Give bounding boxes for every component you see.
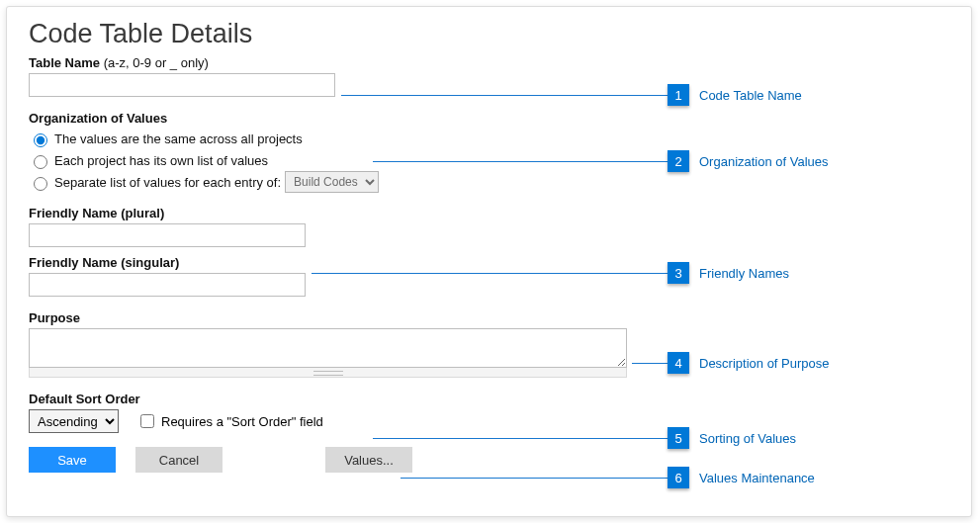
callout-num-6: 6	[668, 467, 689, 488]
table-name-label: Table Name (a-z, 0-9 or _ only)	[29, 55, 949, 70]
callout-line	[373, 161, 668, 162]
callout-num-1: 1	[668, 84, 689, 106]
org-radio-per-project[interactable]	[34, 155, 47, 169]
org-radio-per-project-label: Each project has its own list of values	[54, 153, 268, 168]
org-radio-separate-label: Separate list of values for each entry o…	[54, 175, 281, 190]
save-button[interactable]: Save	[29, 447, 116, 473]
org-radio-same-label: The values are the same across all proje…	[54, 131, 303, 146]
table-name-label-text: Table Name	[29, 55, 100, 70]
callout-text-6: Values Maintenance	[699, 471, 815, 485]
sort-order-select[interactable]: Ascending	[29, 409, 119, 433]
callout-num-3: 3	[668, 262, 689, 284]
callout-4: 4 Description of Purpose	[632, 352, 830, 374]
callout-1: 1 Code Table Name	[341, 84, 802, 106]
callout-line	[312, 273, 668, 274]
friendly-plural-section: Friendly Name (plural)	[29, 206, 949, 247]
callout-6: 6 Values Maintenance	[401, 467, 815, 488]
callout-text-2: Organization of Values	[699, 154, 829, 169]
sort-label: Default Sort Order	[29, 392, 949, 406]
callout-2: 2 Organization of Values	[373, 150, 829, 172]
friendly-plural-label: Friendly Name (plural)	[29, 206, 949, 220]
requires-sort-checkbox[interactable]	[140, 414, 154, 428]
friendly-singular-input[interactable]	[29, 273, 306, 297]
purpose-label: Purpose	[29, 310, 949, 325]
org-option-same[interactable]: The values are the same across all proje…	[29, 129, 949, 148]
callout-text-1: Code Table Name	[699, 88, 802, 103]
purpose-textarea[interactable]	[29, 328, 627, 368]
callout-5: 5 Sorting of Values	[373, 427, 796, 449]
callout-line	[401, 478, 668, 479]
org-option-separate[interactable]: Separate list of values for each entry o…	[29, 172, 949, 192]
callout-text-4: Description of Purpose	[699, 356, 830, 371]
callout-num-2: 2	[668, 150, 689, 172]
org-separate-select[interactable]: Build Codes	[285, 171, 379, 193]
cancel-button[interactable]: Cancel	[135, 447, 223, 473]
code-table-details-panel: Code Table Details Table Name (a-z, 0-9 …	[6, 6, 972, 517]
callout-line	[632, 363, 668, 364]
table-name-input[interactable]	[29, 73, 335, 97]
requires-sort-checkbox-row[interactable]: Requires a "Sort Order" field	[136, 411, 323, 431]
textarea-resize-handle[interactable]	[29, 368, 627, 378]
org-radio-separate[interactable]	[34, 177, 47, 191]
callout-num-5: 5	[668, 427, 689, 449]
callout-3: 3 Friendly Names	[312, 262, 789, 284]
org-radio-same[interactable]	[34, 133, 47, 147]
table-name-hint: (a-z, 0-9 or _ only)	[104, 55, 209, 70]
callout-line	[341, 95, 668, 96]
organization-label: Organization of Values	[29, 111, 949, 126]
callout-line	[373, 438, 668, 439]
callout-text-5: Sorting of Values	[699, 431, 796, 446]
callout-text-3: Friendly Names	[699, 266, 789, 281]
friendly-plural-input[interactable]	[29, 223, 306, 247]
values-button[interactable]: Values...	[325, 447, 412, 473]
callout-num-4: 4	[668, 352, 689, 374]
requires-sort-label: Requires a "Sort Order" field	[161, 414, 323, 429]
page-title: Code Table Details	[29, 19, 949, 49]
